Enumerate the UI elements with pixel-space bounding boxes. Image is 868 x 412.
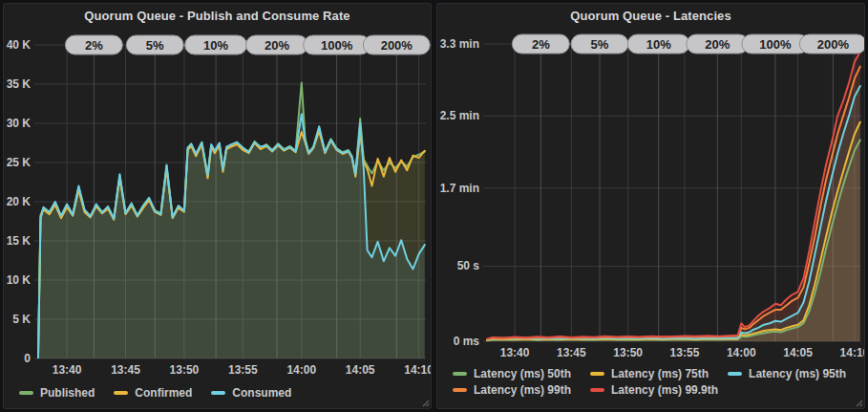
- y-axis-label: 2.5 min: [440, 109, 479, 122]
- legend-label: Confirmed: [135, 386, 192, 400]
- chart-canvas[interactable]: 0 ms50 s1.7 min2.5 min3.3 min13:4013:451…: [437, 28, 864, 364]
- x-axis-label: 13:40: [53, 363, 82, 377]
- y-axis-label: 25 K: [7, 156, 32, 169]
- legend-item-latency-ms-50th[interactable]: Latency (ms) 50th: [453, 367, 571, 380]
- annotation-pill[interactable]: 2%: [512, 34, 569, 54]
- annotation-pill[interactable]: 100%: [742, 34, 809, 54]
- annotation-pill-label: 100%: [321, 38, 353, 53]
- panel-title[interactable]: Quorum Queue - Publish and Consume Rate: [84, 9, 349, 23]
- dashboard: Quorum Queue - Publish and Consume Rate …: [0, 0, 868, 412]
- annotation-pill-label: 2%: [532, 37, 550, 52]
- legend-item-latency-ms-75th[interactable]: Latency (ms) 75th: [590, 367, 709, 380]
- chart-latencies[interactable]: 0 ms50 s1.7 min2.5 min3.3 min13:4013:451…: [437, 28, 864, 364]
- y-axis-label: 0 ms: [454, 335, 480, 348]
- legend-label: Latency (ms) 99th: [474, 383, 571, 397]
- panel-publish-consume-rate: Quorum Queue - Publish and Consume Rate …: [3, 3, 432, 409]
- annotation-pill[interactable]: 200%: [363, 35, 430, 54]
- x-axis-label: 14:05: [346, 363, 375, 377]
- annotation-pill-label: 20%: [705, 37, 730, 52]
- chart-publish-consume-rate[interactable]: 05 K10 K15 K20 K25 K30 K35 K40 K13:4013:…: [4, 28, 431, 383]
- annotation-pill-label: 10%: [203, 38, 228, 53]
- annotation-pill-label: 10%: [646, 37, 671, 52]
- annotation-pill[interactable]: 20%: [687, 34, 749, 54]
- series-line-latency-ms-95th: [487, 86, 860, 339]
- legend-swatch: [728, 372, 742, 376]
- legend-item-latency-ms-99-9th[interactable]: Latency (ms) 99.9th: [590, 383, 718, 397]
- panel-title[interactable]: Quorum Queue - Latencies: [570, 9, 731, 23]
- y-axis-label: 40 K: [7, 38, 32, 52]
- x-axis-label: 13:40: [500, 346, 530, 359]
- y-axis-label: 0: [24, 352, 31, 365]
- annotation-pill[interactable]: 20%: [245, 35, 307, 54]
- x-axis-label: 14:00: [727, 346, 756, 359]
- legend-swatch: [19, 391, 33, 395]
- panel-resize-handle[interactable]: [420, 398, 430, 407]
- x-axis-label: 13:45: [557, 346, 586, 359]
- chart-canvas[interactable]: 05 K10 K15 K20 K25 K30 K35 K40 K13:4013:…: [4, 28, 431, 383]
- annotation-pill-label: 200%: [817, 37, 850, 52]
- legend-swatch: [453, 372, 467, 376]
- x-axis-label: 14:00: [286, 363, 316, 377]
- x-axis-label: 14:10: [840, 346, 865, 359]
- legend-label: Consumed: [232, 386, 291, 400]
- legend-label: Latency (ms) 75th: [611, 367, 709, 380]
- y-axis-label: 20 K: [7, 195, 32, 208]
- legend-publish-consume: PublishedConfirmedConsumed: [4, 383, 431, 400]
- x-axis-label: 13:50: [613, 346, 643, 359]
- y-axis-label: 5 K: [12, 313, 31, 326]
- panel-resize-handle[interactable]: [854, 398, 863, 407]
- annotation-pill-label: 200%: [381, 38, 413, 53]
- y-axis-label: 10 K: [7, 273, 32, 287]
- annotation-pill-label: 5%: [591, 37, 609, 52]
- x-axis-label: 13:55: [670, 346, 700, 359]
- legend-label: Published: [40, 386, 95, 400]
- legend-item-published[interactable]: Published: [19, 386, 95, 400]
- x-axis-label: 14:05: [783, 346, 813, 359]
- legend-label: Latency (ms) 50th: [474, 367, 571, 380]
- legend-swatch: [590, 372, 604, 376]
- annotation-pill-label: 2%: [85, 38, 103, 53]
- y-axis-label: 50 s: [457, 259, 480, 272]
- annotation-pill-label: 5%: [146, 38, 164, 53]
- y-axis-label: 1.7 min: [440, 182, 479, 195]
- legend-item-confirmed[interactable]: Confirmed: [114, 386, 192, 400]
- annotation-pill-label: 100%: [759, 37, 792, 52]
- legend-label: Latency (ms) 99.9th: [611, 383, 718, 397]
- annotation-pill[interactable]: 2%: [65, 35, 122, 54]
- x-axis-label: 13:45: [111, 363, 140, 377]
- annotation-pill[interactable]: 200%: [799, 34, 865, 54]
- x-axis-label: 14:10: [404, 363, 432, 377]
- y-axis-label: 15 K: [7, 234, 32, 248]
- legend-item-consumed[interactable]: Consumed: [211, 386, 291, 400]
- y-axis-label: 30 K: [7, 117, 32, 130]
- annotation-pill[interactable]: 100%: [304, 35, 370, 54]
- annotation-pill[interactable]: 5%: [571, 34, 628, 54]
- x-axis-label: 13:50: [170, 363, 200, 377]
- legend-swatch: [590, 388, 604, 392]
- panel-header: Quorum Queue - Latencies: [437, 4, 864, 28]
- legend-swatch: [453, 388, 467, 392]
- annotation-pill-label: 20%: [265, 38, 289, 53]
- legend-item-latency-ms-99th[interactable]: Latency (ms) 99th: [453, 383, 571, 397]
- y-axis-label: 35 K: [7, 77, 32, 91]
- annotation-pill[interactable]: 10%: [185, 35, 247, 54]
- legend-item-latency-ms-95th[interactable]: Latency (ms) 95th: [728, 367, 846, 380]
- panel-header: Quorum Queue - Publish and Consume Rate: [4, 4, 431, 28]
- legend-latencies: Latency (ms) 50thLatency (ms) 75thLatenc…: [437, 364, 864, 397]
- legend-swatch: [211, 391, 225, 395]
- annotation-pill[interactable]: 10%: [627, 34, 689, 54]
- legend-label: Latency (ms) 95th: [749, 367, 846, 380]
- x-axis-label: 13:55: [228, 363, 258, 377]
- y-axis-label: 3.3 min: [440, 37, 479, 51]
- legend-swatch: [114, 391, 128, 395]
- panel-latencies: Quorum Queue - Latencies 0 ms50 s1.7 min…: [436, 3, 865, 409]
- annotation-pill[interactable]: 5%: [126, 35, 183, 54]
